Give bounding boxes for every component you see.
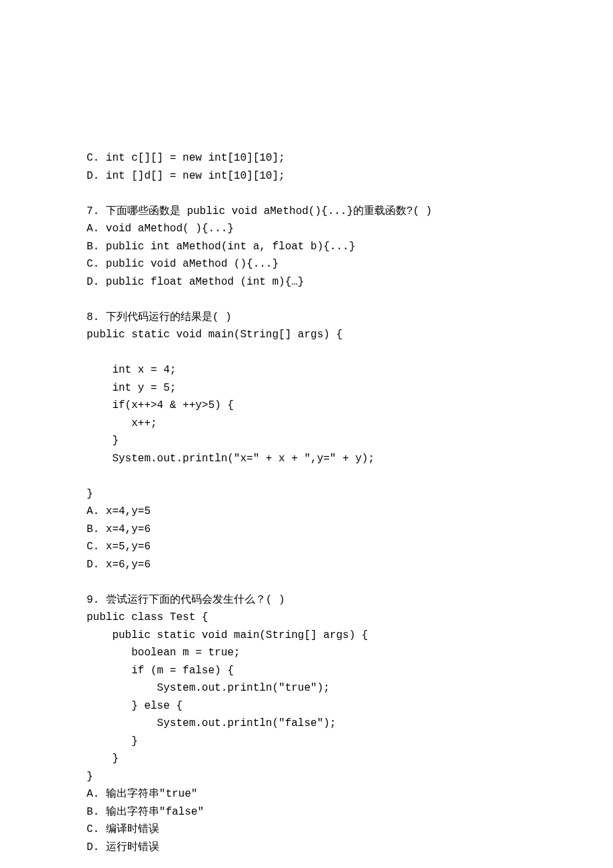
text-line: } (87, 485, 526, 503)
text-line: } (87, 750, 526, 768)
text-line (87, 185, 526, 203)
text-line: } else { (87, 697, 526, 715)
text-line: boolean m = true; (87, 644, 526, 662)
text-line: D. public float aMethod (int m){…} (87, 273, 526, 291)
text-line: } (87, 432, 526, 450)
text-line: } (87, 768, 526, 786)
text-line: System.out.println("true"); (87, 679, 526, 697)
text-line (87, 344, 526, 362)
text-line: A. 输出字符串"true" (87, 785, 526, 803)
text-line: A. x=4,y=5 (87, 503, 526, 521)
text-line: public class Test { (87, 609, 526, 627)
text-line: int y = 5; (87, 379, 526, 397)
text-line: public static void main(String[] args) { (87, 326, 526, 344)
text-line: x++; (87, 415, 526, 433)
text-line (87, 573, 526, 591)
text-line: C. 编译时错误 (87, 821, 526, 839)
text-line: 7. 下面哪些函数是 public void aMethod(){...}的重载… (87, 203, 526, 221)
text-line: 9. 尝试运行下面的代码会发生什么？( ) (87, 591, 526, 609)
text-line: B. x=4,y=6 (87, 521, 526, 539)
document-body: C. int c[][] = new int[10][10];D. int []… (87, 149, 526, 868)
text-line: A. void aMethod( ){...} (87, 220, 526, 238)
text-line: } (87, 733, 526, 751)
text-line: C. public void aMethod (){...} (87, 255, 526, 273)
text-line: B. public int aMethod(int a, float b){..… (87, 238, 526, 256)
text-line: public static void main(String[] args) { (87, 627, 526, 645)
text-line: int x = 4; (87, 361, 526, 379)
text-line: C. x=5,y=6 (87, 538, 526, 556)
text-line (87, 467, 526, 485)
text-line: D. int []d[] = new int[10][10]; (87, 167, 526, 185)
text-line: C. int c[][] = new int[10][10]; (87, 149, 526, 167)
text-line: System.out.println("false"); (87, 715, 526, 733)
text-line: D. x=6,y=6 (87, 556, 526, 574)
text-line: D. 运行时错误 (87, 839, 526, 857)
text-line: System.out.println("x=" + x + ",y=" + y)… (87, 450, 526, 468)
text-line: if (m = false) { (87, 662, 526, 680)
text-line (87, 856, 526, 868)
text-line: B. 输出字符串"false" (87, 803, 526, 821)
text-line (87, 291, 526, 309)
text-line: if(x++>4 & ++y>5) { (87, 397, 526, 415)
text-line: 8. 下列代码运行的结果是( ) (87, 309, 526, 327)
